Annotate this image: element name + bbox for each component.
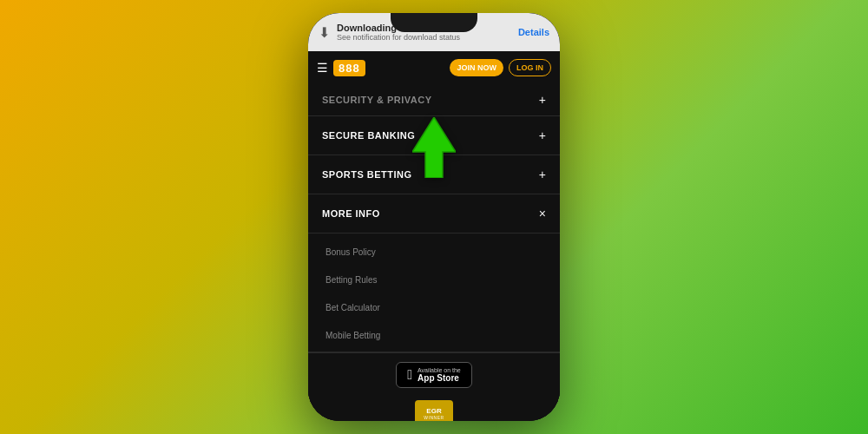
- secure-banking-label: SECURE BANKING: [322, 130, 415, 141]
- mobile-betting-label: Mobile Betting: [326, 331, 380, 340]
- app-store-section[interactable]:  Available on the App Store: [308, 352, 560, 397]
- more-info-submenu: Bonus Policy Betting Rules Bet Calculato…: [308, 233, 560, 352]
- phone-device: ⬇ Downloading file... See notification f…: [308, 13, 560, 421]
- apple-icon: : [407, 367, 412, 383]
- menu-item-sports-betting[interactable]: SPORTS BETTING +: [308, 155, 560, 194]
- bet-calculator-label: Bet Calculator: [326, 303, 380, 312]
- nav-left: ☰ 888: [317, 60, 365, 76]
- phone-wrapper: ⬇ Downloading file... See notification f…: [308, 13, 560, 421]
- sub-item-mobile-betting[interactable]: Mobile Betting: [308, 320, 560, 348]
- egr-winner-label: WINNER: [424, 415, 444, 420]
- download-subtitle: See notification for download status: [337, 33, 460, 42]
- sub-item-betting-rules[interactable]: Betting Rules: [308, 265, 560, 293]
- nav-right: JOIN NOW LOG IN: [450, 59, 551, 76]
- betting-rules-label: Betting Rules: [326, 275, 377, 285]
- screen: ⬇ Downloading file... See notification f…: [308, 13, 560, 421]
- top-nav: ☰ 888 JOIN NOW LOG IN: [308, 51, 560, 84]
- sub-item-bet-calculator[interactable]: Bet Calculator: [308, 293, 560, 320]
- hamburger-icon[interactable]: ☰: [317, 61, 328, 75]
- egr-label: EGR: [426, 407, 441, 415]
- available-on-label: Available on the: [418, 367, 461, 373]
- menu-item-more-info[interactable]: MORE INFO ×: [308, 194, 560, 233]
- sports-betting-icon: +: [539, 168, 546, 181]
- egr-section: EGR WINNER: [308, 397, 560, 421]
- phone-notch: [391, 13, 477, 32]
- download-icon: ⬇: [319, 24, 330, 41]
- app-store-text: Available on the App Store: [418, 367, 461, 383]
- menu-item-secure-banking[interactable]: SECURE BANKING +: [308, 116, 560, 155]
- security-privacy-icon: +: [539, 93, 546, 107]
- app-store-badge[interactable]:  Available on the App Store: [396, 362, 472, 388]
- egr-badge: EGR WINNER: [415, 400, 453, 421]
- details-link[interactable]: Details: [518, 27, 549, 37]
- brand-logo: 888: [333, 60, 365, 76]
- secure-banking-icon: +: [539, 128, 546, 142]
- security-privacy-label: SECURITY & PRIVACY: [322, 95, 432, 105]
- menu-item-security-privacy[interactable]: SECURITY & PRIVACY +: [308, 84, 560, 116]
- join-now-button[interactable]: JOIN NOW: [450, 59, 503, 76]
- login-button[interactable]: LOG IN: [509, 59, 551, 76]
- sub-item-bonus-policy[interactable]: Bonus Policy: [308, 237, 560, 265]
- sports-betting-label: SPORTS BETTING: [322, 169, 412, 180]
- bonus-policy-label: Bonus Policy: [326, 247, 376, 257]
- more-info-close-icon[interactable]: ×: [539, 207, 546, 220]
- menu-content: SECURITY & PRIVACY + SECURE BANKING + SP…: [308, 84, 560, 421]
- more-info-label: MORE INFO: [322, 208, 380, 219]
- app-store-name-label: App Store: [418, 373, 461, 383]
